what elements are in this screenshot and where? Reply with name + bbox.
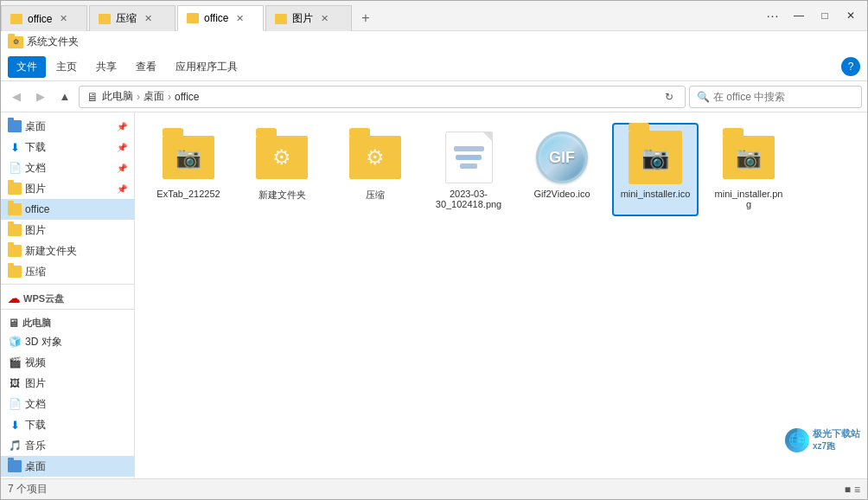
tab-label-1: office xyxy=(28,13,52,25)
sidebar-item-office[interactable]: office xyxy=(1,199,134,220)
up-button[interactable]: ▲ xyxy=(54,87,75,107)
tab-label-4: 图片 xyxy=(292,11,313,26)
ribbon-tab-view-label: 查看 xyxy=(136,61,156,73)
file-item-png[interactable]: 2023-03-30_102418.png xyxy=(425,123,512,216)
file-item-extab[interactable]: 📷 ExTab_212252 xyxy=(145,123,232,216)
sidebar-item-newfolder[interactable]: 新建文件夹 xyxy=(1,240,134,261)
sidebar-item-zip[interactable]: 压缩 xyxy=(1,261,134,282)
close-button[interactable]: ✕ xyxy=(839,3,863,28)
refresh-button[interactable]: ↻ xyxy=(661,88,678,106)
ribbon-tab-share[interactable]: 共享 xyxy=(87,56,125,78)
ribbon-tab-file[interactable]: 文件 xyxy=(8,56,46,78)
view-icon-grid[interactable]: ■ xyxy=(845,484,851,496)
sidebar: 桌面 📌 ⬇ 下载 📌 📄 文档 📌 图片 xyxy=(1,112,135,478)
sidebar-label-doc2: 文档 xyxy=(25,397,46,412)
file-name-gif: Gif2Video.ico xyxy=(533,189,590,199)
thispc-icon: 🖥 xyxy=(8,317,19,330)
search-icon: 🔍 xyxy=(697,91,710,103)
system-folder-header: ⚙ 系统文件夹 xyxy=(1,31,867,53)
new-tab-icon: + xyxy=(361,10,369,26)
path-sep-1: › xyxy=(137,91,140,103)
file-item-mini-ico[interactable]: 📷 mini_installer.ico xyxy=(612,123,699,216)
ribbon-tab-app-tools[interactable]: 应用程序工具 xyxy=(167,56,246,78)
sidebar-label-desktop2: 桌面 xyxy=(25,459,46,474)
file-icon-newfolder: ⚙ xyxy=(254,130,310,185)
ribbon-tab-home[interactable]: 主页 xyxy=(48,56,86,78)
sidebar-item-img[interactable]: 🖼 图片 xyxy=(1,373,134,394)
files-grid: 📷 ExTab_212252 ⚙ 新建文件夹 xyxy=(142,119,860,220)
search-input[interactable] xyxy=(713,91,854,103)
minimize-button[interactable]: — xyxy=(787,3,811,28)
sidebar-item-pictures2[interactable]: 图片 xyxy=(1,220,134,240)
close-icon: ✕ xyxy=(846,10,855,22)
search-box[interactable]: 🔍 xyxy=(689,86,862,108)
sidebar-music-icon: 🎵 xyxy=(8,439,22,452)
sidebar-label-music: 音乐 xyxy=(25,439,46,453)
sidebar-item-desktop2[interactable]: 桌面 xyxy=(1,456,134,477)
title-bar: office ✕ 压缩 ✕ office ✕ 图片 ✕ xyxy=(1,1,867,31)
forward-button[interactable]: ▶ xyxy=(30,87,51,107)
tab-zip[interactable]: 压缩 ✕ xyxy=(89,5,176,31)
status-bar: 7 个项目 ■ ≡ xyxy=(1,478,867,499)
breadcrumb-icon: 🖥 xyxy=(86,90,99,104)
three-dots-icon: ··· xyxy=(767,9,780,22)
file-icon-mini-ico: 📷 xyxy=(628,130,683,185)
tab-office-1[interactable]: office ✕ xyxy=(1,5,87,31)
tab-close-1[interactable]: ✕ xyxy=(57,12,70,25)
file-icon-gif: GIF xyxy=(534,130,590,185)
file-item-zip[interactable]: ⚙ 压缩 xyxy=(332,123,418,216)
sidebar-label-3d: 3D 对象 xyxy=(25,335,62,349)
file-item-newfolder[interactable]: ⚙ 新建文件夹 xyxy=(239,123,325,216)
thispc-label: 此电脑 xyxy=(22,317,51,330)
png-file-icon xyxy=(445,131,493,183)
pin-icon-desktop: 📌 xyxy=(117,122,127,131)
folder-camera2-icon: 📷 xyxy=(723,136,775,179)
tab-label-3: office xyxy=(204,12,228,24)
sidebar-item-desktop[interactable]: 桌面 📌 xyxy=(1,116,134,137)
wps-label: WPS云盘 xyxy=(23,292,64,305)
sidebar-zip-icon xyxy=(8,265,22,279)
breadcrumb-thispc: 此电脑 xyxy=(102,89,133,104)
sidebar-pictures-icon xyxy=(8,182,22,196)
sidebar-item-dl[interactable]: ⬇ 下载 xyxy=(1,414,134,435)
gif-icon: GIF xyxy=(536,131,588,183)
sidebar-item-music[interactable]: 🎵 音乐 xyxy=(1,435,134,456)
file-icon-extab: 📷 xyxy=(161,130,216,185)
tabs-area: office ✕ 压缩 ✕ office ✕ 图片 ✕ xyxy=(1,1,761,30)
sidebar-item-3d[interactable]: 🧊 3D 对象 xyxy=(1,331,134,352)
three-dots-button[interactable]: ··· xyxy=(761,3,785,28)
tab-close-2[interactable]: ✕ xyxy=(142,12,155,25)
address-bar[interactable]: 🖥 此电脑 › 桌面 › office ↻ xyxy=(79,86,686,108)
status-count: 7 个项目 xyxy=(8,482,48,497)
tab-folder-icon-3 xyxy=(187,13,199,23)
tab-close-4[interactable]: ✕ xyxy=(318,12,331,25)
tab-close-3[interactable]: ✕ xyxy=(233,12,246,25)
sidebar-pictures2-icon xyxy=(8,223,22,237)
file-icon-zip: ⚙ xyxy=(348,130,403,185)
sidebar-item-docs[interactable]: 📄 文档 📌 xyxy=(1,157,134,178)
sidebar-label-download: 下载 xyxy=(25,140,46,155)
sidebar-item-video[interactable]: 🎬 视频 xyxy=(1,352,134,373)
path-sep-2: › xyxy=(168,91,171,103)
maximize-icon: □ xyxy=(821,10,827,22)
sidebar-label-video: 视频 xyxy=(25,356,46,370)
ribbon-tab-file-label: 文件 xyxy=(16,61,37,73)
sidebar-img-icon: 🖼 xyxy=(8,376,22,390)
sidebar-item-download[interactable]: ⬇ 下载 📌 xyxy=(1,137,134,157)
help-button[interactable]: ? xyxy=(841,57,860,76)
back-button[interactable]: ◀ xyxy=(6,87,27,107)
file-item-mini-png[interactable]: 📷 mini_installer.png xyxy=(705,123,792,216)
sidebar-label-pictures: 图片 xyxy=(25,182,46,196)
tab-office-3[interactable]: office ✕ xyxy=(177,5,264,31)
ribbon-tab-share-label: 共享 xyxy=(96,61,117,73)
sidebar-item-doc2[interactable]: 📄 文档 xyxy=(1,394,134,414)
tab-pictures[interactable]: 图片 ✕ xyxy=(265,5,352,31)
window-controls: ··· — □ ✕ xyxy=(761,1,867,30)
view-icon-list[interactable]: ≡ xyxy=(854,484,860,496)
ribbon-tab-view[interactable]: 查看 xyxy=(127,56,165,78)
new-tab-button[interactable]: + xyxy=(354,6,378,30)
sidebar-label-img: 图片 xyxy=(25,376,46,391)
maximize-button[interactable]: □ xyxy=(813,3,837,28)
file-item-gif[interactable]: GIF Gif2Video.ico xyxy=(519,123,605,216)
sidebar-item-pictures[interactable]: 图片 📌 xyxy=(1,178,134,199)
